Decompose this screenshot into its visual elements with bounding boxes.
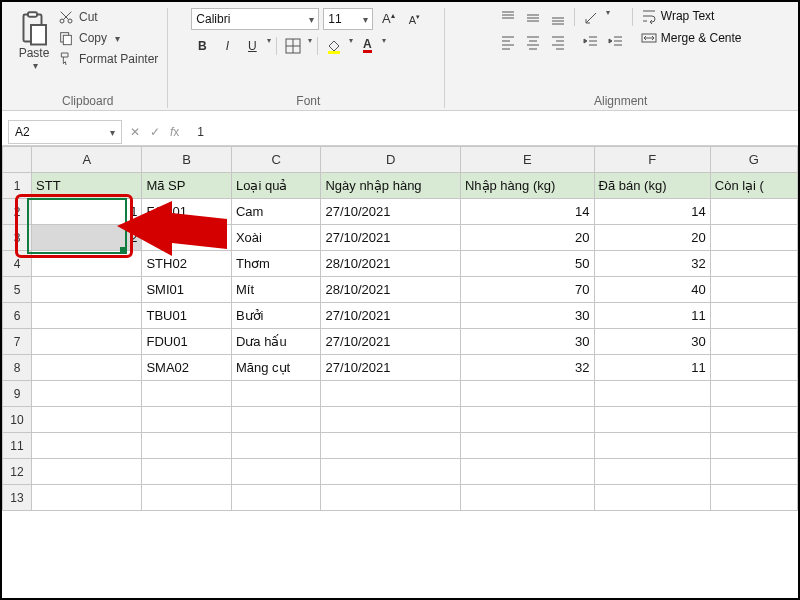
col-header-D[interactable]: D xyxy=(321,147,460,173)
col-header-A[interactable]: A xyxy=(32,147,142,173)
cell-C5[interactable]: Mít xyxy=(231,277,320,303)
cell-G5[interactable] xyxy=(710,277,797,303)
formula-value[interactable]: 1 xyxy=(187,125,214,139)
cell-E7[interactable]: 30 xyxy=(460,329,594,355)
underline-button[interactable]: U xyxy=(241,36,263,56)
cell-G13[interactable] xyxy=(710,485,797,511)
cell-G11[interactable] xyxy=(710,433,797,459)
cell-A11[interactable] xyxy=(32,433,142,459)
cell-D13[interactable] xyxy=(321,485,460,511)
cancel-formula-button[interactable]: ✕ xyxy=(130,125,140,139)
italic-button[interactable]: I xyxy=(216,36,238,56)
cell-F9[interactable] xyxy=(594,381,710,407)
row-header[interactable]: 3 xyxy=(3,225,32,251)
cell-D2[interactable]: 27/10/2021 xyxy=(321,199,460,225)
cell-A7[interactable] xyxy=(32,329,142,355)
cell-D5[interactable]: 28/10/2021 xyxy=(321,277,460,303)
cell-B2[interactable]: FCA01 xyxy=(142,199,231,225)
cell-B6[interactable]: TBU01 xyxy=(142,303,231,329)
cell-F6[interactable]: 11 xyxy=(594,303,710,329)
row-header[interactable]: 12 xyxy=(3,459,32,485)
copy-button[interactable]: Copy ▾ xyxy=(55,30,161,46)
cell-B13[interactable] xyxy=(142,485,231,511)
cell-D12[interactable] xyxy=(321,459,460,485)
cell-B8[interactable]: SMA02 xyxy=(142,355,231,381)
cell-G9[interactable] xyxy=(710,381,797,407)
paste-button[interactable]: Paste ▾ xyxy=(14,8,54,73)
cell-E11[interactable] xyxy=(460,433,594,459)
cell-A5[interactable] xyxy=(32,277,142,303)
cell-C13[interactable] xyxy=(231,485,320,511)
cell-F8[interactable]: 11 xyxy=(594,355,710,381)
font-name-combo[interactable]: Calibri▾ xyxy=(191,8,319,30)
cell-F1[interactable]: Đã bán (kg) xyxy=(594,173,710,199)
cell-E10[interactable] xyxy=(460,407,594,433)
cell-G6[interactable] xyxy=(710,303,797,329)
cell-A8[interactable] xyxy=(32,355,142,381)
col-header-E[interactable]: E xyxy=(460,147,594,173)
col-header-G[interactable]: G xyxy=(710,147,797,173)
cell-D10[interactable] xyxy=(321,407,460,433)
bold-button[interactable]: B xyxy=(191,36,213,56)
cell-E12[interactable] xyxy=(460,459,594,485)
font-color-button[interactable]: A xyxy=(356,36,378,56)
cell-E4[interactable]: 50 xyxy=(460,251,594,277)
increase-indent-button[interactable] xyxy=(605,32,627,52)
grid-table[interactable]: ABCDEFG 1STTMã SPLoại quảNgày nhập hàngN… xyxy=(2,146,798,511)
align-center-button[interactable] xyxy=(522,32,544,52)
cell-D4[interactable]: 28/10/2021 xyxy=(321,251,460,277)
col-header-B[interactable]: B xyxy=(142,147,231,173)
cell-G10[interactable] xyxy=(710,407,797,433)
cell-B9[interactable] xyxy=(142,381,231,407)
cell-D6[interactable]: 27/10/2021 xyxy=(321,303,460,329)
cell-F4[interactable]: 32 xyxy=(594,251,710,277)
row-header[interactable]: 10 xyxy=(3,407,32,433)
align-top-button[interactable] xyxy=(497,8,519,28)
row-header[interactable]: 5 xyxy=(3,277,32,303)
cell-F11[interactable] xyxy=(594,433,710,459)
cell-F10[interactable] xyxy=(594,407,710,433)
align-left-button[interactable] xyxy=(497,32,519,52)
cell-C11[interactable] xyxy=(231,433,320,459)
cell-F7[interactable]: 30 xyxy=(594,329,710,355)
col-header-F[interactable]: F xyxy=(594,147,710,173)
cell-A1[interactable]: STT xyxy=(32,173,142,199)
wrap-text-button[interactable]: Wrap Text xyxy=(638,8,745,24)
cell-G3[interactable] xyxy=(710,225,797,251)
cell-A3[interactable]: 2 xyxy=(32,225,142,251)
chevron-down-icon[interactable]: ▾ xyxy=(307,36,312,56)
cell-C8[interactable]: Măng cụt xyxy=(231,355,320,381)
cell-F12[interactable] xyxy=(594,459,710,485)
cell-D8[interactable]: 27/10/2021 xyxy=(321,355,460,381)
cell-F5[interactable]: 40 xyxy=(594,277,710,303)
cell-D11[interactable] xyxy=(321,433,460,459)
cell-A10[interactable] xyxy=(32,407,142,433)
cell-B1[interactable]: Mã SP xyxy=(142,173,231,199)
cell-D3[interactable]: 27/10/2021 xyxy=(321,225,460,251)
orientation-button[interactable] xyxy=(580,8,602,28)
cell-C10[interactable] xyxy=(231,407,320,433)
confirm-formula-button[interactable]: ✓ xyxy=(150,125,160,139)
cell-C6[interactable]: Bưởi xyxy=(231,303,320,329)
cell-F2[interactable]: 14 xyxy=(594,199,710,225)
row-header[interactable]: 13 xyxy=(3,485,32,511)
cell-B4[interactable]: STH02 xyxy=(142,251,231,277)
fill-color-button[interactable] xyxy=(323,36,345,56)
row-header[interactable]: 9 xyxy=(3,381,32,407)
select-all-corner[interactable] xyxy=(3,147,32,173)
cell-G7[interactable] xyxy=(710,329,797,355)
name-box[interactable]: A2▾ xyxy=(8,120,122,144)
cell-B7[interactable]: FDU01 xyxy=(142,329,231,355)
decrease-font-button[interactable]: A▾ xyxy=(403,9,425,29)
align-right-button[interactable] xyxy=(547,32,569,52)
cell-E6[interactable]: 30 xyxy=(460,303,594,329)
cut-button[interactable]: Cut xyxy=(55,9,161,25)
fx-button[interactable]: fx xyxy=(170,125,179,139)
row-header[interactable]: 11 xyxy=(3,433,32,459)
cell-D7[interactable]: 27/10/2021 xyxy=(321,329,460,355)
borders-button[interactable] xyxy=(282,36,304,56)
cell-B12[interactable] xyxy=(142,459,231,485)
cell-D1[interactable]: Ngày nhập hàng xyxy=(321,173,460,199)
cell-A12[interactable] xyxy=(32,459,142,485)
row-header[interactable]: 2 xyxy=(3,199,32,225)
